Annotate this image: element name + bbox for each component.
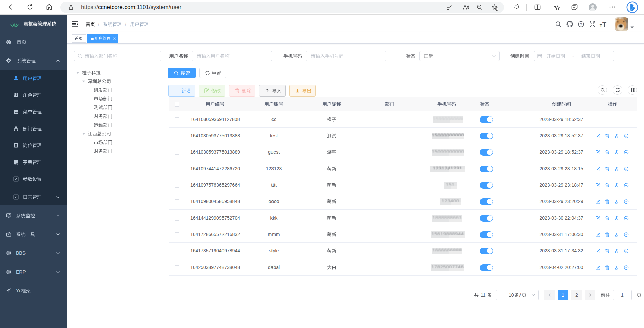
svg-text:?: ? <box>580 22 582 26</box>
